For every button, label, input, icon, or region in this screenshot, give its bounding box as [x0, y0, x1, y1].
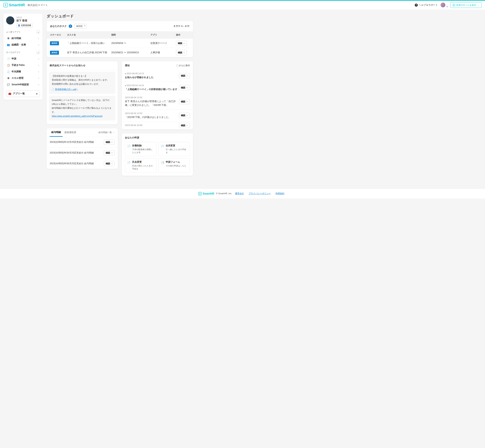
page-title: ダッシュボード: [47, 14, 193, 19]
brand-logo[interactable]: S SmartHR: [3, 3, 25, 7]
collapse-button[interactable]: ▴: [36, 51, 40, 54]
chevron-down-icon: ▾: [447, 6, 448, 8]
payslip-list-link[interactable]: 給与明細一覧: [99, 131, 115, 134]
payslip-row: 2023(令和05)年10月25日支給分 給与明細 確認: [47, 137, 118, 147]
notifications-more-link[interactable]: さらに表示: [176, 64, 190, 67]
document-icon: 📑: [161, 161, 164, 170]
tasks-table-header: ステータス タスク名 期間 アプリ 操作: [47, 31, 193, 39]
notification-item: 2023-09-04 14:24 「上期組織サーベイ」の回答依頼が届いています …: [122, 82, 193, 94]
task-period: 2023/08/21 〜 2023/09/10: [111, 51, 149, 54]
pdf-download-link[interactable]: 育休取得者の方へ.pdf: [52, 87, 78, 91]
profile: 10112 岩下 香澄 従業員情報: [6, 16, 40, 28]
payslip-label: 2023(令和05)年08月25日支給分 給与明細: [50, 162, 94, 165]
announcements-title: 株式会社スマートからのお知らせ: [47, 61, 118, 70]
nav-item[interactable]: 📄申請›: [6, 56, 40, 62]
app-list-button[interactable]: 🧰 アプリ一覧 ▸: [6, 90, 40, 97]
footer-link[interactable]: プライバシーポリシー: [249, 192, 271, 195]
logo-icon: S: [3, 3, 8, 7]
avatar-icon: [441, 3, 445, 7]
collapse-button[interactable]: ▴: [36, 30, 40, 34]
request-card[interactable]: 📄 扶養削除 子供や配偶者が就職したとき等: [125, 142, 156, 156]
payroll-card: 給与明細 源泉徴収票 給与明細一覧 2023(令和05)年10月25日支給分 給…: [47, 128, 118, 169]
nav-icon: 📄: [7, 57, 10, 60]
footer: SSmartHR © SmartHR, Inc. 運営会社プライバシーポリシー利…: [0, 189, 485, 199]
tasks-card: あなたのタスク 2 未対応 2 件中 1 – 2 件 ステータス タスク名 期間…: [47, 21, 193, 57]
account-register-link[interactable]: https://app.smarthr.jp/redirect_path=my%…: [52, 115, 103, 117]
announcements-card: 株式会社スマートからのお知らせ 【育休取得中の従業員の皆さまへ】 育休取得に関す…: [47, 61, 118, 124]
confirm-button[interactable]: 確認: [104, 150, 115, 155]
sidebar: 10112 岩下 香澄 従業員情報 よく使うアプリ ▴ ⚙給与明細›👥組織図・名…: [3, 14, 43, 100]
notifications-list[interactable]: 2023-09-05 10:13 お知らせが登録されました 確認 2023-09…: [122, 70, 193, 129]
confirm-button[interactable]: 確認: [179, 113, 190, 118]
company-name: 株式会社スマート: [28, 4, 48, 7]
document-icon: 📄: [127, 161, 131, 170]
request-title: 申請フォーム: [166, 160, 186, 164]
nav-icon: ⚙: [7, 77, 10, 80]
request-desc: 引っ越したときの手続き: [166, 148, 188, 154]
employee-info-button[interactable]: 従業員情報: [16, 23, 33, 28]
legacy-home-button[interactable]: S 従来のホームを表示 →: [450, 2, 482, 8]
request-title: 住所変更: [166, 144, 188, 147]
profile-avatar: [6, 16, 14, 24]
confirm-button[interactable]: 確認: [176, 41, 187, 46]
notifications-title: 通知: [125, 64, 130, 67]
chevron-right-icon: ›: [38, 77, 39, 80]
requests-title: あなたの申請: [122, 133, 193, 142]
tab-payslip[interactable]: 給与明細: [50, 128, 63, 137]
nav-item[interactable]: ⚙給与明細›: [6, 35, 40, 41]
confirm-button[interactable]: 確認: [179, 73, 190, 78]
task-app: 従業員サーベイ: [151, 42, 174, 45]
requests-card: あなたの申請 📄 扶養削除 子供や配偶者が就職したとき等 📄 住所変更 引っ越し…: [122, 133, 193, 176]
notifications-card: 通知 さらに表示 2023-09-05 10:13 お知らせが登録されました 確…: [122, 61, 193, 129]
nav-item[interactable]: 👥組織図・名簿›: [6, 41, 40, 48]
payslip-label: 2023(令和05)年10月25日支給分 給与明細: [50, 141, 94, 144]
nav-icon: ⚙: [7, 37, 10, 40]
confirm-button[interactable]: 確認: [179, 99, 190, 104]
tasks-filter-select[interactable]: 未対応: [74, 24, 87, 29]
confirm-button[interactable]: 確認: [104, 140, 115, 145]
chevron-right-icon: ›: [38, 70, 39, 73]
nav-item[interactable]: 📋手続きToDo›: [6, 62, 40, 68]
document-icon: 📄: [161, 144, 164, 154]
user-menu[interactable]: ▾: [441, 3, 448, 8]
footer-link[interactable]: 運営会社: [235, 192, 244, 195]
nav-item[interactable]: 🧾年末調整›: [6, 68, 40, 75]
task-row: 未対応 「上期組織サーベイ」回答のお願い 2023/09/04 〜 従業員サーベ…: [47, 39, 193, 48]
document-icon: 📄: [127, 144, 131, 154]
nav-item[interactable]: ⚙スキル管理›: [6, 75, 40, 81]
footer-link[interactable]: 利用規約: [276, 192, 284, 195]
task-name: 「上期組織サーベイ」回答のお願い: [67, 42, 110, 45]
request-desc: 子供や配偶者が就職したとき等: [132, 148, 154, 154]
request-card[interactable]: 📄 住所変更 引っ越したときの手続き: [159, 142, 190, 156]
request-card[interactable]: 📄 氏名変更 氏名が変わったときの手続き: [125, 158, 156, 173]
confirm-button[interactable]: 確認: [179, 85, 190, 90]
confirm-button[interactable]: 確認: [104, 161, 115, 166]
briefcase-icon: 🧰: [8, 92, 11, 95]
tab-withholding[interactable]: 源泉徴収票: [63, 128, 78, 136]
chevron-right-icon: ▸: [36, 92, 38, 95]
notification-item: 2023-09-04 13:52 岩下 香澄さんの評価が管理者によって「自己評価…: [122, 94, 193, 110]
nav-item[interactable]: 💬SmartHR相談室›: [6, 81, 40, 88]
payslip-label: 2023(令和05)年09月25日支給分 給与明細: [50, 151, 94, 154]
footer-logo: SSmartHR: [198, 192, 214, 195]
chevron-right-icon: ›: [38, 57, 39, 60]
chevron-right-icon: ›: [38, 43, 39, 46]
arrow-right-icon: →: [477, 4, 479, 7]
announcement-item: SmartHRにメールアドレスを登録していない方は、以下のURLから登録して下さ…: [49, 96, 115, 120]
notification-item: 2023-09-04 10:56 確認: [122, 121, 193, 129]
payslip-row: 2023(令和05)年08月25日支給分 給与明細 確認: [47, 158, 118, 169]
notification-item: 2023-09-04 13:52 「2023年下期」の評価がはじまりました。 確…: [122, 110, 193, 121]
request-card[interactable]: 📑 申請フォーム その他の申請はこちら: [159, 158, 190, 173]
header: S SmartHR 株式会社スマート ? ヘルプ＆サポート ▾ S 従来のホーム…: [0, 1, 485, 9]
confirm-button[interactable]: 確認: [176, 50, 187, 55]
brand-name: SmartHR: [9, 3, 25, 7]
confirm-button[interactable]: 確認: [179, 123, 190, 128]
tasks-count-badge: 2: [69, 24, 72, 28]
question-icon: ?: [415, 4, 418, 7]
nav-group-frequent: よく使うアプリ ▴: [6, 30, 40, 34]
help-link[interactable]: ? ヘルプ＆サポート: [415, 4, 438, 7]
nav-icon: 📋: [7, 64, 10, 67]
nav-group-all: すべてのアプリ ▴: [6, 51, 40, 54]
employee-name: 岩下 香澄: [16, 19, 33, 22]
chevron-right-icon: ›: [38, 83, 39, 86]
